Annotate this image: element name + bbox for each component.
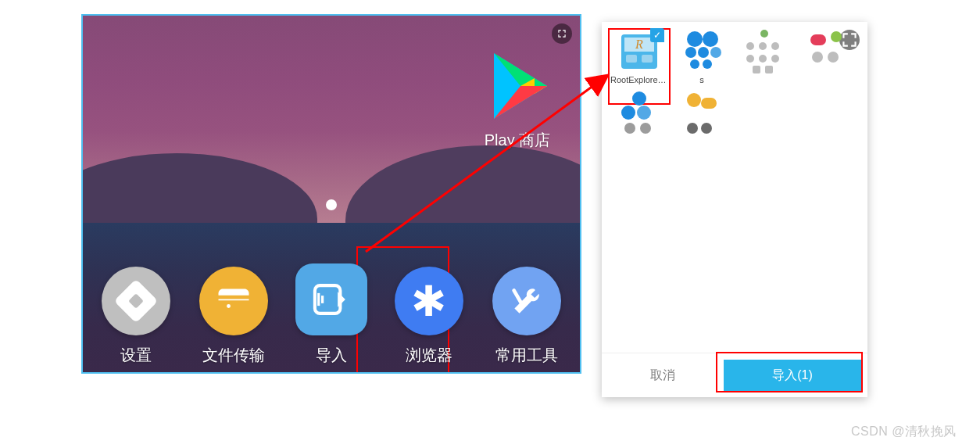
file-item[interactable] <box>608 91 671 138</box>
app-label: Play 商店 <box>463 130 572 151</box>
app-import[interactable]: 导入 <box>285 263 377 366</box>
fullscreen-button[interactable] <box>552 23 572 44</box>
file-label: s <box>673 75 731 85</box>
app-label: 常用工具 <box>495 345 558 366</box>
home-screen: Play 商店 设置 文件传输 导入 <box>81 14 581 374</box>
file-label: RootExplorer_117018... <box>610 75 668 85</box>
file-transfer-icon <box>199 267 268 335</box>
file-item-rootexplorer[interactable]: ✓ R RootExplorer_117018... <box>608 28 671 85</box>
file-picker-area: ✓ R RootExplorer_117018... <box>602 22 867 353</box>
svg-rect-13 <box>642 55 653 63</box>
file-item[interactable]: s <box>671 28 733 85</box>
tools-icon <box>492 267 561 335</box>
svg-rect-7 <box>321 296 324 303</box>
app-cluster-icon <box>804 28 849 73</box>
svg-rect-12 <box>626 55 637 63</box>
app-settings[interactable]: 设置 <box>90 267 182 366</box>
app-browser[interactable]: ✱ 浏览器 <box>383 267 475 366</box>
app-play-store[interactable]: Play 商店 <box>463 47 572 151</box>
app-label: 浏览器 <box>406 345 452 366</box>
app-tools[interactable]: 常用工具 <box>481 267 573 366</box>
wallpaper-moon <box>326 199 337 210</box>
file-item[interactable] <box>796 28 858 85</box>
svg-rect-8 <box>511 288 524 306</box>
app-cluster-icon <box>679 91 724 137</box>
app-file-transfer[interactable]: 文件传输 <box>188 267 280 366</box>
app-label: 文件传输 <box>202 345 265 366</box>
app-label: 导入 <box>316 345 347 366</box>
app-cluster-icon <box>679 28 724 73</box>
file-item[interactable] <box>671 91 733 138</box>
svg-point-4 <box>227 304 231 308</box>
settings-icon <box>102 267 170 335</box>
cancel-button[interactable]: 取消 <box>602 367 724 384</box>
play-store-icon <box>478 47 556 125</box>
app-label: 设置 <box>120 345 152 366</box>
checkmark-icon: ✓ <box>650 28 664 42</box>
app-cluster-icon <box>617 91 662 137</box>
annotation-highlight-button <box>716 352 863 392</box>
browser-icon: ✱ <box>395 267 463 335</box>
import-icon <box>295 263 367 335</box>
fullscreen-icon <box>556 28 567 39</box>
app-cluster-icon <box>742 28 787 73</box>
file-item[interactable] <box>733 28 796 85</box>
svg-rect-6 <box>317 293 320 306</box>
svg-text:R: R <box>635 38 643 51</box>
watermark-text: CSDN @清秋挽风 <box>851 424 957 440</box>
import-dialog: ✓ R RootExplorer_117018... <box>602 22 867 397</box>
dock: 设置 文件传输 导入 ✱ 浏览器 <box>83 263 580 372</box>
